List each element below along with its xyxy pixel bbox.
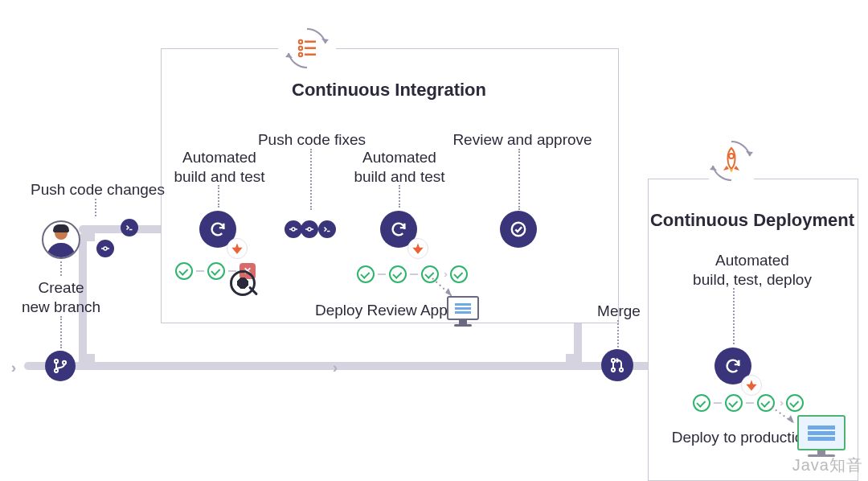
dots-bt2: [399, 185, 400, 208]
svg-marker-0: [321, 39, 329, 43]
bug-magnifier-icon: [230, 270, 257, 298]
diagram-stage: { "colors": { "primary": "#3a357a", "pip…: [0, 0, 868, 481]
commit-dot-2a: [285, 220, 302, 238]
check-circle-icon: [357, 265, 375, 283]
label-build-test-1: Automated build and test: [167, 148, 272, 187]
svg-point-11: [55, 360, 58, 363]
label-create-branch: Create new branch: [16, 278, 106, 317]
prod-monitor-icon: [797, 415, 845, 457]
node-merge: [601, 349, 633, 381]
svg-point-2: [299, 40, 302, 43]
refresh-cycle-icon: [724, 357, 742, 375]
check-circle-icon: [693, 394, 710, 412]
git-branch-icon: [52, 358, 68, 374]
cd-title: Continuous Deployment: [648, 209, 857, 232]
terminal-dot-2: [318, 220, 336, 238]
dots-bt1: [218, 185, 219, 208]
svg-point-16: [308, 228, 311, 231]
svg-marker-18: [445, 288, 452, 296]
svg-marker-24: [788, 415, 794, 423]
svg-rect-7: [305, 54, 316, 56]
svg-point-4: [299, 47, 302, 50]
svg-point-20: [612, 359, 615, 362]
gitlab-runner-2: [407, 238, 428, 259]
terminal-icon: [125, 223, 134, 232]
dots-push-changes: [95, 199, 96, 216]
node-review: [500, 211, 537, 248]
svg-point-6: [299, 53, 302, 56]
rocket-cycle-icon: [707, 137, 755, 185]
dots-cd: [733, 288, 735, 344]
gitlab-runner-1: [227, 238, 248, 259]
label-push-changes: Push code changes: [31, 180, 167, 199]
commit-dot-2b: [301, 220, 318, 238]
check-circle-icon: [510, 220, 527, 238]
refresh-cycle-icon: [390, 220, 407, 238]
dots-avatar: [60, 261, 62, 276]
label-deploy-prod: Deploy to production: [659, 428, 812, 447]
label-merge: Merge: [595, 302, 643, 321]
cd-cycle-badge: [702, 132, 760, 190]
merge-request-icon: [609, 357, 625, 373]
gitlab-runner-icon: [411, 242, 424, 255]
check-circle-icon: [175, 262, 193, 280]
svg-marker-9: [710, 166, 717, 171]
terminal-dot-1: [121, 219, 138, 236]
commit-icon: [100, 244, 110, 253]
refresh-cycle-icon: [209, 220, 227, 238]
svg-rect-3: [305, 41, 316, 43]
commit-icon: [289, 224, 298, 234]
terminal-icon: [322, 224, 332, 234]
svg-marker-8: [746, 151, 753, 156]
dots-to-prod-monitor: [770, 405, 797, 426]
svg-point-14: [104, 247, 107, 250]
label-push-fixes: Push code fixes: [256, 130, 368, 150]
svg-point-21: [612, 368, 615, 372]
ci-cycle-badge: [278, 19, 336, 77]
gitlab-runner-3: [741, 375, 762, 396]
user-avatar-icon: [42, 220, 80, 259]
label-review: Review and approve: [450, 130, 595, 150]
dots-merge: [617, 320, 619, 347]
gitlab-runner-icon: [745, 379, 758, 392]
review-monitor-icon: [447, 296, 479, 327]
label-auto-deploy: Automated build, test, deploy: [664, 251, 841, 290]
commit-icon: [305, 224, 314, 234]
node-branch: [45, 351, 76, 381]
label-build-test-2: Automated build and test: [347, 148, 452, 187]
refresh-cycle-icon: [283, 24, 331, 72]
check-circle-icon: [389, 265, 407, 283]
label-deploy-review: Deploy Review App: [315, 301, 444, 320]
watermark: Java知音: [792, 454, 863, 476]
check-circle-icon: [207, 262, 225, 280]
svg-rect-5: [305, 47, 316, 50]
svg-point-12: [55, 369, 58, 372]
check-circle-icon: [725, 394, 743, 412]
ci-title: Continuous Integration: [161, 79, 617, 101]
commit-dot-1: [96, 240, 114, 257]
svg-marker-1: [285, 53, 293, 58]
svg-point-19: [512, 223, 526, 236]
svg-point-13: [63, 361, 66, 364]
dots-branch: [60, 316, 62, 348]
gitlab-runner-icon: [231, 242, 244, 255]
dots-push-fixes: [310, 149, 312, 210]
svg-point-15: [292, 228, 295, 231]
svg-point-22: [620, 368, 623, 372]
dots-review: [518, 149, 520, 210]
